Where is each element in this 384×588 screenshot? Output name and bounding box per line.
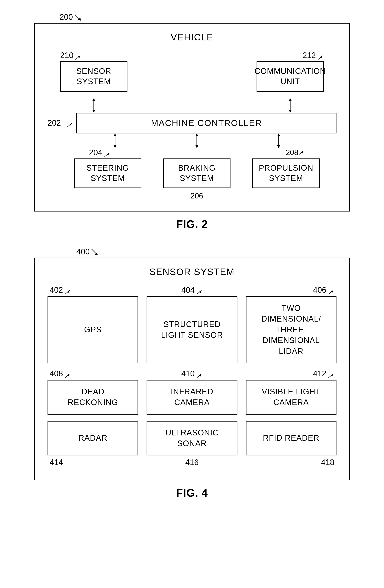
arrow-mc-braking xyxy=(163,133,230,148)
ref-408: 408 xyxy=(50,369,63,378)
machine-controller-row: 202 MACHINE CONTROLLER xyxy=(47,113,337,133)
ref-406-group: 406 xyxy=(313,286,334,295)
double-arrow-steering-icon xyxy=(112,133,118,148)
ref-200-label: 200 xyxy=(60,13,73,22)
ref-210-group: 210 xyxy=(60,51,81,60)
fig4-wrapper: 400 SENSOR SYSTEM 402 404 xyxy=(34,247,350,499)
svg-marker-19 xyxy=(195,145,198,148)
sensor-system-label: SENSOR SYSTEM xyxy=(76,66,111,87)
svg-marker-5 xyxy=(321,56,323,58)
ultrasonic-sonar-box: ULTRASONIC SONAR xyxy=(147,421,237,456)
arrow-sensor-mc xyxy=(60,98,127,113)
svg-marker-40 xyxy=(331,374,333,377)
arrow-mc-propulsion xyxy=(245,133,312,148)
svg-marker-20 xyxy=(277,133,280,136)
svg-marker-36 xyxy=(67,374,70,377)
propulsion-system-box: PROPULSION SYSTEM xyxy=(252,158,320,188)
braking-system-box: BRAKING SYSTEM xyxy=(163,158,230,188)
ref-212: 212 xyxy=(303,51,316,60)
ref-208-group: 208 xyxy=(237,148,305,157)
propulsion-label: PROPULSION SYSTEM xyxy=(259,163,313,184)
fig4-sensor-title: SENSOR SYSTEM xyxy=(47,267,337,277)
ref-402-group: 402 xyxy=(50,286,71,295)
rfid-label: RFID READER xyxy=(263,433,320,443)
svg-marker-34 xyxy=(331,291,333,293)
fig4-label: FIG. 4 xyxy=(34,486,350,499)
ref-206: 206 xyxy=(191,191,203,200)
dead-label: DEAD RECKONING xyxy=(68,386,118,408)
arrow-400-icon xyxy=(91,249,99,256)
arrow-204-icon xyxy=(104,152,110,157)
arrow-408-icon xyxy=(64,373,71,378)
visible-light-camera-box: VISIBLE LIGHT CAMERA xyxy=(246,380,337,415)
svg-marker-24 xyxy=(107,153,109,155)
machine-controller-label: MACHINE CONTROLLER xyxy=(151,118,262,128)
ref-418-group: 418 xyxy=(321,458,334,467)
ref-410-group: 410 xyxy=(181,369,202,378)
sensor-system-box: SENSOR SYSTEM xyxy=(60,61,127,92)
ref-416-group: 416 xyxy=(185,458,199,467)
ref-408-group: 408 xyxy=(50,369,71,378)
svg-marker-14 xyxy=(114,133,117,136)
arrow-406-icon xyxy=(328,290,334,295)
arrow-208-icon xyxy=(298,150,305,155)
ref-410: 410 xyxy=(181,369,195,378)
arrow-412-icon xyxy=(328,373,334,378)
fig4-ref-400: 400 xyxy=(76,247,99,256)
double-arrow-propulsion-icon xyxy=(276,133,282,148)
double-arrow-braking-icon xyxy=(194,133,200,148)
ref-206-group: 206 xyxy=(57,191,337,200)
svg-marker-3 xyxy=(78,56,80,58)
ultrasonic-label: ULTRASONIC SONAR xyxy=(165,427,219,449)
ref-204: 204 xyxy=(89,148,102,157)
ref-212-group: 212 xyxy=(303,51,324,60)
fig2-outer-box: VEHICLE 210 212 xyxy=(34,23,350,211)
fig2-label: FIG. 2 xyxy=(34,218,350,231)
visible-label: VISIBLE LIGHT CAMERA xyxy=(262,386,321,408)
page-container: 200 VEHICLE 210 212 xyxy=(17,13,367,499)
arrow-comm-mc xyxy=(257,98,324,113)
machine-controller-box: MACHINE CONTROLLER xyxy=(76,113,337,133)
svg-marker-17 xyxy=(195,133,198,136)
ref-210: 210 xyxy=(60,51,73,60)
svg-marker-13 xyxy=(70,123,72,126)
lidar-label: TWO DIMENSIONAL/ THREE-DIMENSIONAL LIDAR xyxy=(251,303,332,357)
svg-marker-16 xyxy=(114,145,117,148)
svg-marker-8 xyxy=(92,110,95,113)
arrow-212-icon xyxy=(318,55,324,60)
rfid-reader-box: RFID READER xyxy=(246,421,337,456)
double-arrow-comm-icon xyxy=(287,98,293,113)
fig4-outer-box: SENSOR SYSTEM 402 404 xyxy=(34,258,350,481)
dead-reckoning-box: DEAD RECKONING xyxy=(47,380,138,415)
ref-202-group: 202 xyxy=(47,119,73,127)
ref-402: 402 xyxy=(50,286,63,295)
svg-marker-26 xyxy=(301,151,303,153)
fig2-ref-200: 200 xyxy=(60,13,82,22)
infrared-camera-box: INFRARED CAMERA xyxy=(147,380,237,415)
comm-unit-label: COMMUNICATION UNIT xyxy=(254,66,326,87)
braking-label: BRAKING SYSTEM xyxy=(178,163,216,184)
arrow-200-icon xyxy=(74,14,82,22)
svg-marker-38 xyxy=(199,374,202,377)
ref-400-label: 400 xyxy=(76,247,90,256)
steering-label: STEERING SYSTEM xyxy=(86,163,129,184)
ref-416: 416 xyxy=(185,458,199,467)
ref-414-group: 414 xyxy=(50,458,63,467)
fig2-bottom-row: STEERING SYSTEM BRAKING SYSTEM PROPULSIO… xyxy=(57,158,337,188)
gps-box: GPS xyxy=(47,296,138,363)
fig4-row3: RADAR ULTRASONIC SONAR RFID READER xyxy=(47,421,337,456)
radar-box: RADAR xyxy=(47,421,138,456)
ref-404-group: 404 xyxy=(181,286,202,295)
infrared-label: INFRARED CAMERA xyxy=(171,386,213,408)
arrow-410-icon xyxy=(196,373,203,378)
fig4-row2: DEAD RECKONING INFRARED CAMERA VISIBLE L… xyxy=(47,380,337,415)
ref-412-group: 412 xyxy=(313,369,334,378)
arrow-404-icon xyxy=(196,290,203,295)
arrow-402-icon xyxy=(64,290,71,295)
fig4-row1: GPS STRUCTURED LIGHT SENSOR TWO DIMENSIO… xyxy=(47,296,337,363)
svg-marker-30 xyxy=(67,291,70,293)
ref-414: 414 xyxy=(50,458,63,467)
arrow-210-icon xyxy=(75,55,81,60)
lidar-box: TWO DIMENSIONAL/ THREE-DIMENSIONAL LIDAR xyxy=(246,296,337,363)
arrow-mc-steering xyxy=(81,133,149,148)
